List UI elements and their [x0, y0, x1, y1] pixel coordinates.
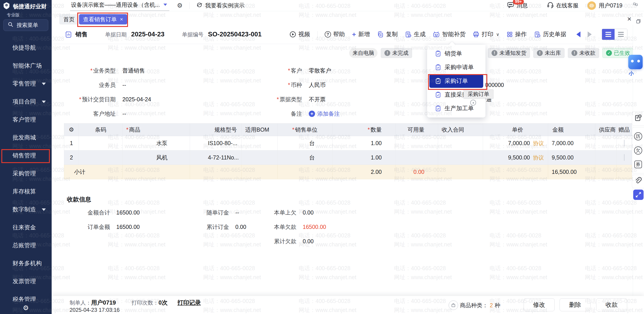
col-barcode[interactable]: 条码 — [79, 124, 122, 136]
tab-bar: 首页 查看销售订单 × × — [52, 11, 644, 25]
invoice-type-value[interactable]: 不开票 — [309, 96, 326, 103]
customer-value[interactable]: 零散客户 — [309, 67, 331, 74]
sidebar-item-invoice[interactable]: 发票管理 — [0, 272, 52, 290]
search-placeholder: 搜索菜单 — [16, 22, 38, 29]
generate-button[interactable]: 生成 — [405, 30, 426, 38]
salesman-value[interactable]: -- — [122, 82, 126, 88]
gift-checkbox[interactable] — [624, 154, 624, 161]
arrears-icon[interactable]: 欠 — [634, 146, 642, 154]
sidebar-item-funds[interactable]: 往来资金 — [0, 218, 52, 236]
col-product[interactable]: 商品 — [122, 124, 190, 136]
cell-product[interactable]: 水泵 — [122, 136, 190, 150]
calendar-history-icon[interactable]: 历 — [634, 132, 642, 140]
window-restore-icon[interactable] — [636, 19, 641, 25]
prev-doc-arrow[interactable] — [574, 32, 580, 37]
detail-view-button[interactable] — [602, 29, 614, 40]
order-info-icon[interactable] — [634, 114, 642, 123]
add-remark-link[interactable]: +添加备注 — [309, 110, 340, 118]
payment-section-title: 收款信息 — [67, 196, 91, 204]
messages-button[interactable]: 消息 99+ — [507, 2, 528, 10]
logo-icon — [3, 2, 10, 11]
cell-available — [396, 150, 438, 165]
online-support-button[interactable]: 在线客服 — [547, 2, 578, 10]
demo-link[interactable]: 我要看实例演示 — [196, 2, 244, 10]
ai-assistant-icon[interactable] — [628, 55, 643, 69]
col-unit[interactable]: 销售单位 — [278, 124, 332, 136]
delivery-date-value[interactable]: 2025-04-24 — [122, 96, 151, 103]
account-selector[interactable]: 设备演示账套——通用设备（含机... — [70, 0, 169, 11]
sidebar-settings-button[interactable]: ⚙ — [0, 302, 52, 314]
table-row[interactable]: 1 水泵 IS100-80-... 台 1.00 7,000.00协议 7,00… — [64, 136, 632, 150]
user-menu[interactable]: 用户0719 — [588, 1, 622, 10]
price-tag[interactable]: 协议 — [533, 140, 544, 147]
next-doc-arrow[interactable] — [588, 32, 594, 37]
price-tag[interactable]: 协议 — [533, 154, 544, 161]
sidebar-item-sales[interactable]: 销售管理 — [0, 146, 52, 164]
total-amount-value: 16500.00 — [116, 209, 140, 216]
col-price[interactable]: 单价 — [483, 124, 548, 136]
sidebar-item-label: 零售管理 — [12, 80, 36, 88]
smart-replenish-button[interactable]: 智能补货 — [433, 30, 466, 38]
actions-button[interactable]: 操作 — [506, 30, 527, 38]
sidebar-item-project-contract[interactable]: 项目合同 — [0, 92, 52, 110]
tab-home[interactable]: 首页 — [59, 14, 78, 24]
sidebar-item-inventory[interactable]: 库存核算 — [0, 182, 52, 200]
currency-value[interactable]: 人民币 — [309, 81, 326, 89]
close-icon[interactable]: × — [627, 15, 632, 23]
sidebar-item-tax[interactable]: 税务管理 — [0, 290, 52, 302]
menu-item-purchase-order[interactable]: 采购订单 — [429, 74, 483, 88]
sidebar-item-wholesale[interactable]: 批发商城 — [0, 128, 52, 146]
headset-icon — [547, 2, 554, 10]
col-amount[interactable]: 金额 — [548, 124, 595, 136]
add-button[interactable]: + 新增 — [352, 30, 370, 38]
table-row[interactable]: 2 风机 4-72-11No... 台 1.00 9,500.00协议 9,50… — [64, 150, 632, 165]
sidebar-item-finance-org[interactable]: 财务多机构 — [0, 254, 52, 272]
video-button[interactable]: 视频 — [290, 30, 310, 38]
col-bom[interactable]: 适用BOM — [242, 124, 278, 136]
menu-item-sales-invoice[interactable]: 销货单 — [429, 47, 483, 60]
gift-checkbox[interactable] — [624, 140, 624, 146]
attachment-icon[interactable] — [634, 177, 642, 186]
cell-supplier — [595, 150, 616, 165]
help-button[interactable]: ? 帮助 — [325, 30, 345, 38]
edit-button[interactable]: 修改 — [524, 298, 555, 311]
sidebar-item-label: 智能体广场 — [12, 62, 42, 70]
menu-item-purchase-request[interactable]: 采购申请单 — [429, 60, 483, 74]
col-qty[interactable]: 数量 — [332, 124, 396, 136]
col-gift[interactable]: 赠品 — [616, 124, 632, 136]
order-amount-value: 16500.00 — [116, 224, 140, 230]
cell-qty: 1.00 — [332, 136, 396, 150]
cell-product[interactable]: 风机 — [122, 150, 190, 165]
business-type-value[interactable]: 普通销售 — [122, 67, 145, 74]
coupon-icon[interactable]: 券 — [634, 160, 642, 168]
order-amount-label: 订单金额 — [56, 223, 110, 231]
sidebar-item-manufacturing[interactable]: 数字制造 — [0, 200, 52, 218]
sidebar-item-ledger[interactable]: 总账管理 — [0, 236, 52, 254]
customer-address-value[interactable]: -- — [122, 110, 126, 117]
rail-box: 历 欠 券 — [632, 127, 644, 174]
sidebar-item-retail[interactable]: 零售管理 — [0, 74, 52, 92]
print-log-link[interactable]: 打印记录 — [178, 299, 201, 306]
col-spec[interactable]: 规格型号 — [190, 124, 242, 136]
history-button[interactable]: 历史单据 — [534, 30, 566, 38]
tab-view-sales-order[interactable]: 查看销售订单 × — [79, 14, 127, 24]
receive-payment-button[interactable]: 收款 — [596, 298, 627, 311]
remark-label: 备注 — [239, 110, 302, 118]
sidebar-item-quick-nav[interactable]: 快捷导航 — [0, 39, 52, 56]
col-available[interactable]: 可用量 — [396, 124, 438, 136]
delete-button[interactable]: 删除 — [560, 298, 590, 311]
col-supplier[interactable]: 供应商 — [595, 124, 616, 136]
close-tab-icon[interactable]: × — [120, 16, 123, 22]
sidebar-item-agent-plaza[interactable]: 智能体广场 — [0, 56, 52, 74]
list-view-button[interactable] — [614, 29, 627, 40]
print-button[interactable]: 打印 ∨ — [473, 30, 500, 38]
sidebar-item-customer[interactable]: 客户管理 — [0, 110, 52, 128]
col-contract[interactable]: 收入合同 — [438, 124, 483, 136]
layout-squares-icon[interactable] — [633, 2, 638, 9]
menu-search-input[interactable]: 搜索菜单 — [3, 19, 48, 31]
copy-button[interactable]: 复制 — [377, 30, 398, 38]
column-settings-gear-icon[interactable]: ⚙ — [64, 124, 79, 136]
fullscreen-icon[interactable] — [633, 190, 644, 200]
sidebar-item-purchase[interactable]: 采购管理 — [0, 164, 52, 182]
account-settings-gear-icon[interactable]: ⚙ — [177, 2, 182, 9]
